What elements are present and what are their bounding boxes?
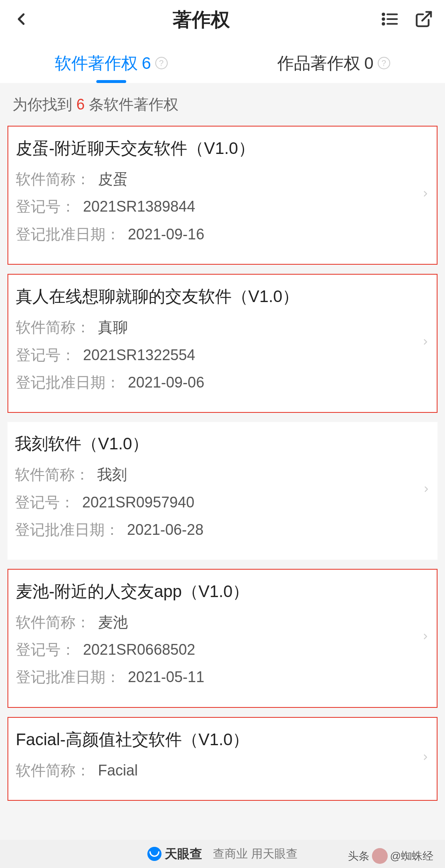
reg-no-value: 2021SR0957940 [82, 492, 194, 513]
short-name-value: 皮蛋 [98, 169, 128, 190]
approve-date-value: 2021-06-28 [127, 519, 203, 540]
approve-date-value: 2021-09-16 [128, 224, 204, 245]
reg-no-label: 登记号： [16, 345, 76, 366]
reg-no-label: 登记号： [15, 492, 75, 513]
result-count: 6 [76, 96, 85, 113]
svg-line-6 [422, 12, 431, 21]
item-title: 皮蛋-附近聊天交友软件（V1.0） [16, 137, 429, 159]
chevron-right-icon [421, 629, 430, 648]
brand-logo-icon [147, 847, 161, 861]
help-icon[interactable]: ? [155, 57, 168, 69]
tab-work-copyright[interactable]: 作品著作权 0 ? [222, 43, 445, 83]
share-button[interactable] [414, 10, 433, 30]
list-button[interactable] [380, 10, 399, 30]
external-link-icon [414, 10, 433, 29]
short-name-label: 软件简称： [16, 169, 90, 190]
avatar-icon [372, 848, 388, 864]
chevron-right-icon [422, 481, 431, 500]
svg-point-4 [383, 18, 384, 20]
tabs: 软件著作权 6 ? 作品著作权 0 ? [0, 40, 445, 83]
help-icon[interactable]: ? [378, 57, 390, 69]
chevron-right-icon [421, 334, 430, 353]
short-name-label: 软件简称： [16, 317, 90, 338]
header: 著作权 [0, 0, 445, 40]
approve-date-value: 2021-05-11 [128, 667, 204, 688]
watermark-prefix: 头条 [348, 849, 369, 863]
list-item[interactable]: 真人在线想聊就聊的交友软件（V1.0） 软件简称：真聊登记号：2021SR132… [7, 274, 438, 413]
watermark-handle: @蜘蛛经 [390, 849, 433, 863]
list-item[interactable]: 麦池-附近的人交友app（V1.0） 软件简称：麦池登记号：2021SR0668… [7, 569, 438, 708]
item-title: 真人在线想聊就聊的交友软件（V1.0） [16, 285, 429, 307]
chevron-right-icon [421, 749, 430, 768]
approve-date-label: 登记批准日期： [16, 667, 120, 688]
list-icon [380, 10, 399, 29]
short-name-label: 软件简称： [15, 464, 90, 485]
reg-no-value: 2021SR1322554 [83, 345, 195, 366]
approve-date-label: 登记批准日期： [16, 224, 120, 245]
svg-point-5 [383, 23, 384, 25]
result-summary: 为你找到 6 条软件著作权 [0, 83, 445, 126]
short-name-label: 软件简称： [16, 612, 90, 633]
watermark: 头条 @蜘蛛经 [348, 848, 433, 864]
tab-label: 软件著作权 [55, 52, 138, 75]
reg-no-value: 2021SR0668502 [83, 639, 195, 660]
reg-no-label: 登记号： [16, 196, 76, 217]
chevron-right-icon [421, 186, 430, 205]
tab-count: 0 [364, 54, 373, 73]
item-title: 我刻软件（V1.0） [15, 433, 430, 454]
reg-no-label: 登记号： [16, 639, 76, 660]
short-name-value: 真聊 [98, 317, 128, 338]
list-item[interactable]: 我刻软件（V1.0） 软件简称：我刻登记号：2021SR0957940登记批准日… [7, 422, 438, 559]
copyright-list: 皮蛋-附近聊天交友软件（V1.0） 软件简称：皮蛋登记号：2021SR13898… [0, 126, 445, 801]
short-name-value: 麦池 [98, 612, 128, 633]
item-title: Facial-高颜值社交软件（V1.0） [16, 729, 429, 750]
approve-date-label: 登记批准日期： [16, 372, 120, 393]
svg-point-3 [383, 14, 384, 15]
short-name-label: 软件简称： [16, 760, 90, 781]
brand-name: 天眼查 [165, 846, 202, 863]
short-name-value: 我刻 [97, 464, 127, 485]
reg-no-value: 2021SR1389844 [83, 196, 195, 217]
short-name-value: Facial [98, 760, 138, 781]
tab-label: 作品著作权 [277, 52, 360, 75]
tab-software-copyright[interactable]: 软件著作权 6 ? [0, 43, 222, 83]
list-item[interactable]: 皮蛋-附近聊天交友软件（V1.0） 软件简称：皮蛋登记号：2021SR13898… [7, 126, 438, 265]
tab-count: 6 [142, 54, 151, 73]
approve-date-value: 2021-09-06 [128, 372, 204, 393]
approve-date-label: 登记批准日期： [15, 519, 120, 540]
item-title: 麦池-附近的人交友app（V1.0） [16, 580, 429, 602]
list-item[interactable]: Facial-高颜值社交软件（V1.0） 软件简称：Facial [7, 717, 438, 801]
brand-slogan: 查商业 用天眼查 [213, 846, 298, 862]
page-title: 著作权 [22, 7, 380, 33]
